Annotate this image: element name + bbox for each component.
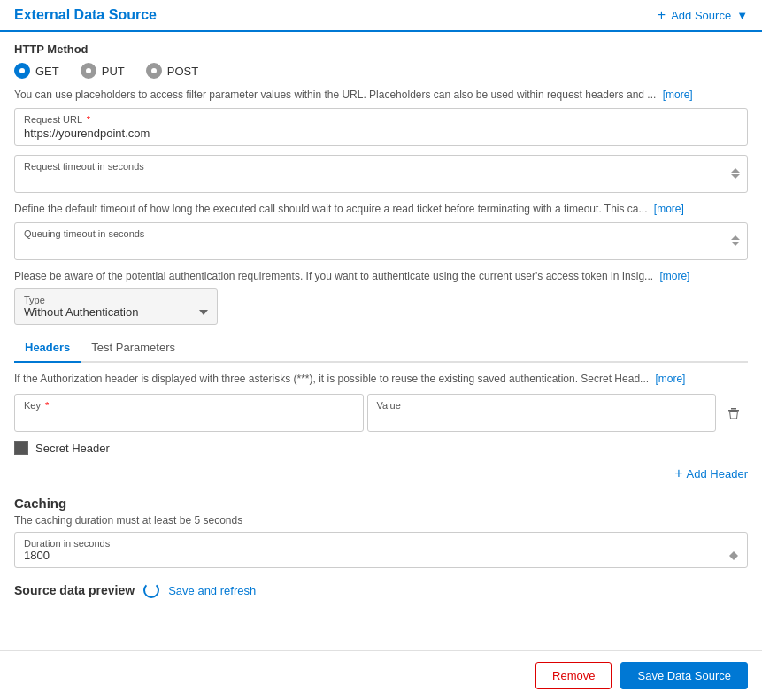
type-chevron-down-icon [199,310,208,315]
tab-headers[interactable]: Headers [14,334,81,363]
request-url-input[interactable] [24,127,738,140]
svg-rect-1 [731,408,736,410]
radio-circle-post [146,63,162,79]
placeholders-info: You can use placeholders to access filte… [14,88,748,103]
duration-row: 1800 [24,549,738,562]
top-bar: External Data Source + Add Source ▼ [0,0,762,32]
caching-section: Caching The caching duration must at lea… [14,496,748,568]
request-url-label: Request URL * [24,114,738,125]
add-header-button[interactable]: + Add Header [674,465,748,481]
tab-test-parameters[interactable]: Test Parameters [81,334,186,363]
duration-label: Duration in seconds [24,538,738,549]
value-label: Value [377,400,707,411]
add-source-button[interactable]: + Add Source ▼ [658,7,748,23]
request-url-group: Request URL * [14,108,748,146]
request-timeout-input[interactable] [24,173,738,187]
save-data-source-button[interactable]: Save Data Source [620,662,748,689]
duration-spinner[interactable] [729,551,738,560]
add-source-label: Add Source [671,9,731,22]
duration-input-group: Duration in seconds 1800 [14,532,748,568]
key-input-group: Key * [14,394,364,432]
request-timeout-group: Request timeout in seconds [14,155,748,193]
headers-row: Key * Value [14,394,748,432]
key-required-star: * [45,400,49,411]
secret-header-label: Secret Header [35,442,110,455]
spinner-up-icon-q[interactable] [731,235,740,240]
caching-description: The caching duration must at least be 5 … [14,514,748,527]
request-timeout-label: Request timeout in seconds [24,161,738,172]
radio-put-label: PUT [102,65,125,78]
spinner-up-icon[interactable] [731,168,740,173]
required-star: * [87,114,90,125]
timeout-info: Define the default timeout of how long t… [14,202,748,217]
timeout-more-link[interactable]: [more] [654,203,684,215]
radio-get[interactable]: GET [14,63,59,79]
secret-header-checkbox[interactable] [14,441,28,455]
value-input[interactable] [377,412,707,426]
type-select-label: Type [24,295,208,305]
http-method-row: GET PUT POST [14,63,748,79]
queuing-timeout-group: Queuing timeout in seconds [14,222,748,260]
tabs-row: Headers Test Parameters [14,334,748,363]
auth-more-link[interactable]: [more] [659,270,689,282]
chevron-down-icon: ▼ [736,9,748,22]
radio-circle-put [81,63,96,79]
key-input[interactable] [24,412,354,426]
radio-circle-get [14,63,30,79]
headers-more-link[interactable]: [more] [655,373,685,385]
duration-spinner-down[interactable] [729,556,738,560]
queuing-timeout-input[interactable] [24,241,738,254]
type-select-value: Without Authentication [24,305,138,319]
duration-value: 1800 [24,549,50,562]
refresh-icon [143,582,159,598]
placeholders-more-link[interactable]: [more] [663,88,693,101]
spinner-down-icon-q[interactable] [731,242,740,246]
type-select-row: Without Authentication [24,305,208,319]
queuing-timeout-row [24,241,738,254]
bottom-bar: Remove Save Data Source [0,650,762,700]
spinner-down-icon[interactable] [731,174,740,179]
queuing-timeout-label: Queuing timeout in seconds [24,228,738,239]
type-select-group[interactable]: Type Without Authentication [14,288,218,325]
delete-header-button[interactable] [720,394,748,432]
secret-header-row: Secret Header [14,441,748,455]
radio-put[interactable]: PUT [81,63,125,79]
remove-button[interactable]: Remove [535,662,612,689]
request-timeout-row [24,173,738,187]
source-preview-label: Source data preview [14,583,135,597]
headers-info: If the Authorization header is displayed… [14,372,748,387]
add-header-row: + Add Header [14,465,748,481]
radio-get-label: GET [35,65,59,78]
plus-icon-header: + [674,465,682,481]
plus-icon: + [658,7,666,23]
http-method-label: HTTP Method [14,42,748,56]
save-refresh-button[interactable]: Save and refresh [168,584,256,597]
auth-info: Please be aware of the potential authent… [14,269,748,284]
page-title: External Data Source [14,7,157,23]
source-preview-row: Source data preview Save and refresh [14,582,748,598]
main-content: HTTP Method GET PUT POST You can use pla… [0,32,762,623]
radio-post-label: POST [167,65,198,78]
key-label: Key * [24,400,354,411]
caching-title: Caching [14,496,748,511]
radio-post[interactable]: POST [146,63,198,79]
value-input-group: Value [367,394,717,432]
request-timeout-spinner[interactable] [731,168,740,179]
queuing-timeout-spinner[interactable] [731,235,740,246]
